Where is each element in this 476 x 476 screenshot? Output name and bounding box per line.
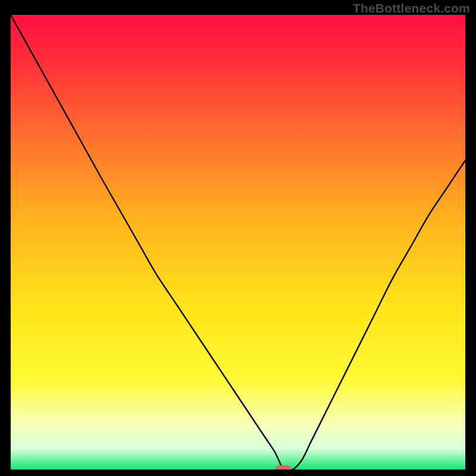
chart-frame: TheBottleneck.com <box>0 0 476 476</box>
bottleneck-plot <box>11 15 465 469</box>
optimal-marker <box>275 465 291 469</box>
watermark-text: TheBottleneck.com <box>353 1 470 15</box>
gradient-background <box>11 15 465 469</box>
